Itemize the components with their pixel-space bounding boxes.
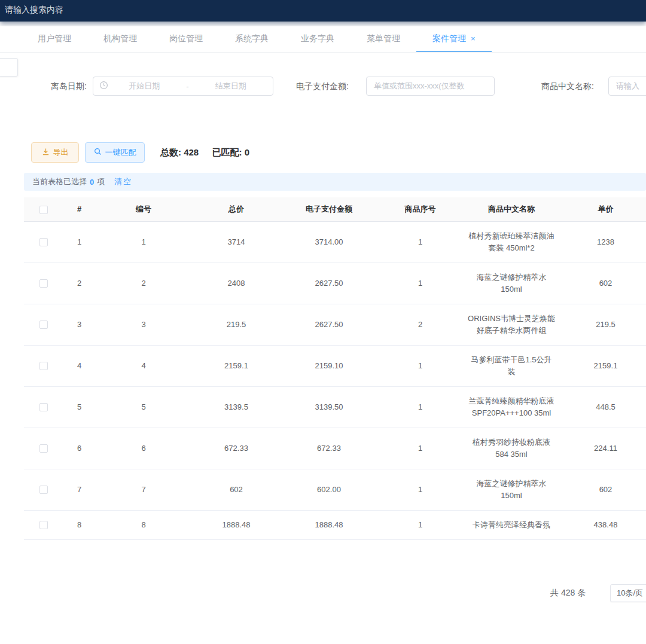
one-click-match-button[interactable]: 一键匹配 xyxy=(85,142,145,163)
tab-7[interactable]: 案件管理× xyxy=(416,26,492,52)
table-cell: 2627.50 xyxy=(281,263,377,304)
tab-6[interactable]: 菜单管理 xyxy=(351,26,416,52)
row-checkbox[interactable] xyxy=(39,403,48,411)
tab-label: 案件管理 xyxy=(432,33,466,44)
row-checkbox[interactable] xyxy=(39,521,48,529)
global-search-input[interactable] xyxy=(5,5,160,14)
selection-bar: 当前表格已选择 0 项 清空 xyxy=(24,173,646,191)
pagination-total: 共 428 条 xyxy=(550,588,586,599)
table-row: 66672.33672.331植村秀羽纱持妆粉底液 584 35ml224.11 xyxy=(24,428,646,469)
table-body: 1137143714.001植村秀新琥珀臻萃洁颜油套装 450ml*212382… xyxy=(24,221,646,539)
table-cell: 1 xyxy=(377,510,464,539)
row-checkbox[interactable] xyxy=(39,279,48,288)
tab-label: 菜单管理 xyxy=(367,33,400,44)
table-header-row: #编号总价电子支付金额商品序号商品中文名称单价 xyxy=(24,197,646,221)
epay-filter-label: 电子支付金额: xyxy=(296,77,349,96)
tab-label: 机构管理 xyxy=(103,33,137,44)
product-name-input[interactable]: 请输入 xyxy=(608,77,646,96)
table-cell: 海蓝之谜修护精萃水 150ml xyxy=(464,469,559,510)
table-cell: 224.11 xyxy=(559,428,646,469)
product-name-placeholder: 请输入 xyxy=(616,81,639,91)
table-cell: 448.5 xyxy=(559,386,646,428)
table-cell: 1 xyxy=(63,221,96,263)
product-filter-label: 商品中文名称: xyxy=(541,77,594,96)
table-cell: 2627.50 xyxy=(281,304,377,345)
table-cell: 4 xyxy=(96,345,191,386)
table-row: 881888.481888.481卡诗菁纯亮泽经典香氛438.48 xyxy=(24,510,646,539)
page-size-value: 10条/页 xyxy=(617,588,643,599)
table-cell: 1888.48 xyxy=(281,510,377,539)
page: 用户管理机构管理岗位管理系统字典业务字典菜单管理案件管理× 离岛日期: 开始日期… xyxy=(0,0,646,644)
table-cell: 2 xyxy=(63,263,96,304)
export-button-label: 导出 xyxy=(53,147,69,158)
table-cell: 602 xyxy=(559,469,646,510)
table-cell: 8 xyxy=(63,510,96,539)
table-cell: 植村秀新琥珀臻萃洁颜油套装 450ml*2 xyxy=(464,221,559,263)
tab-4[interactable]: 系统字典 xyxy=(219,26,285,52)
row-checkbox[interactable] xyxy=(39,444,48,453)
selection-count: 0 xyxy=(90,178,94,187)
table-cell: 6 xyxy=(63,428,96,469)
table-cell: 1 xyxy=(377,221,464,263)
total-label: 总数: xyxy=(160,147,181,157)
table-cell: 2159.1 xyxy=(191,345,281,386)
column-header: 电子支付金额 xyxy=(281,197,377,221)
select-all-checkbox[interactable] xyxy=(39,206,48,214)
row-checkbox[interactable] xyxy=(39,321,48,329)
date-start-placeholder[interactable]: 开始日期 xyxy=(108,81,181,91)
epay-amount-placeholder: 单值或范围xxx-xxx(仅整数 xyxy=(374,81,465,91)
column-header: 商品序号 xyxy=(377,197,464,221)
table-cell: 4 xyxy=(63,345,96,386)
column-header: # xyxy=(63,197,96,221)
tab-5[interactable]: 业务字典 xyxy=(285,26,351,52)
column-header: 商品中文名称 xyxy=(464,197,559,221)
table-cell: 海蓝之谜修护精萃水 150ml xyxy=(464,263,559,304)
tab-3[interactable]: 岗位管理 xyxy=(153,26,219,52)
search-icon xyxy=(94,148,102,157)
tab-1[interactable]: 用户管理 xyxy=(22,26,87,52)
table-row: 77602602.001海蓝之谜修护精萃水 150ml602 xyxy=(24,469,646,510)
table-row: 553139.53139.501兰蔻菁纯臻颜精华粉底液SPF20PA+++100… xyxy=(24,386,646,428)
table-cell: 1 xyxy=(377,345,464,386)
export-button[interactable]: 导出 xyxy=(31,142,79,163)
total-value: 428 xyxy=(184,147,199,157)
sidebar-collapse-box[interactable] xyxy=(0,58,18,77)
date-end-placeholder[interactable]: 结束日期 xyxy=(195,81,267,91)
date-range-input[interactable]: 开始日期 - 结束日期 xyxy=(93,77,273,96)
row-checkbox[interactable] xyxy=(39,362,48,370)
table-cell: 2 xyxy=(377,304,464,345)
table-cell: 6 xyxy=(96,428,191,469)
table-row: 442159.12159.101马爹利蓝带干邑1.5公升装2159.1 xyxy=(24,345,646,386)
table-cell: 2159.1 xyxy=(559,345,646,386)
matched-value: 0 xyxy=(245,147,249,157)
table-cell: 1888.48 xyxy=(191,510,281,539)
column-header: 编号 xyxy=(96,197,191,221)
table-cell: 1 xyxy=(377,263,464,304)
tab-label: 用户管理 xyxy=(38,33,71,44)
tab-2[interactable]: 机构管理 xyxy=(87,26,153,52)
page-size-select[interactable]: 10条/页 xyxy=(610,584,646,602)
table-cell: 2159.10 xyxy=(281,345,377,386)
table-row: 33219.52627.502ORIGINS韦博士灵芝焕能好底子精华水两件组21… xyxy=(24,304,646,345)
row-checkbox[interactable] xyxy=(39,238,48,246)
table-cell: 602 xyxy=(559,263,646,304)
table-cell: 672.33 xyxy=(191,428,281,469)
table-cell: 602.00 xyxy=(281,469,377,510)
tab-close-icon[interactable]: × xyxy=(471,34,476,43)
table-cell: 3139.5 xyxy=(191,386,281,428)
table-cell: 1 xyxy=(377,469,464,510)
table-cell: 3 xyxy=(96,304,191,345)
table-cell: 1 xyxy=(377,428,464,469)
table-cell: 7 xyxy=(63,469,96,510)
epay-amount-input[interactable]: 单值或范围xxx-xxx(仅整数 xyxy=(366,77,495,96)
table-cell: 672.33 xyxy=(281,428,377,469)
clear-selection-link[interactable]: 清空 xyxy=(114,176,132,187)
download-icon xyxy=(42,148,50,157)
match-button-label: 一键匹配 xyxy=(105,147,136,158)
date-separator: - xyxy=(181,82,195,91)
table-row: 1137143714.001植村秀新琥珀臻萃洁颜油套装 450ml*21238 xyxy=(24,221,646,263)
tab-label: 岗位管理 xyxy=(169,33,203,44)
table-cell: 3714.00 xyxy=(281,221,377,263)
matched-label: 已匹配: xyxy=(212,147,242,157)
row-checkbox[interactable] xyxy=(39,486,48,494)
